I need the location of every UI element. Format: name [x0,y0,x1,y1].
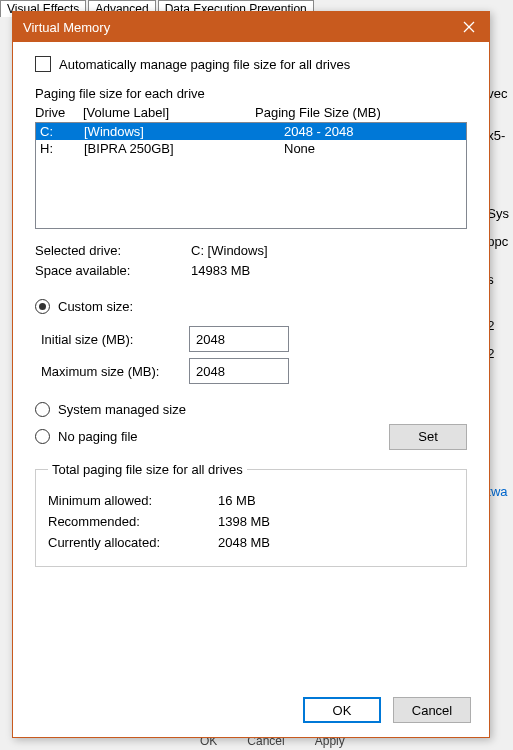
radio-system-label: System managed size [58,402,186,417]
ok-button[interactable]: OK [303,697,381,723]
drive-list[interactable]: C: [Windows] 2048 - 2048 H: [BIPRA 250GB… [35,122,467,229]
initial-size-input[interactable] [189,326,289,352]
currently-allocated-label: Currently allocated: [48,535,218,550]
radio-no-paging[interactable] [35,429,50,444]
dialog-title: Virtual Memory [23,20,459,35]
parent-link[interactable]: twa [487,478,509,506]
space-available-value: 14983 MB [191,263,467,278]
currently-allocated-value: 2048 MB [218,535,270,550]
maximum-size-label: Maximum size (MB): [41,364,189,379]
drive-list-header: Drive [Volume Label] Paging File Size (M… [35,103,467,122]
maximum-size-input[interactable] [189,358,289,384]
auto-manage-checkbox[interactable] [35,56,51,72]
set-button[interactable]: Set [389,424,467,450]
recommended-label: Recommended: [48,514,218,529]
radio-custom-size[interactable] [35,299,50,314]
cancel-button[interactable]: Cancel [393,697,471,723]
space-available-label: Space available: [35,263,191,278]
auto-manage-label: Automatically manage paging file size fo… [59,57,350,72]
parent-text-fragments: vec x5- Sys ppc s 2 2 twa [487,80,509,506]
selected-drive-value: C: [Windows] [191,243,467,258]
min-allowed-value: 16 MB [218,493,256,508]
drive-row-h[interactable]: H: [BIPRA 250GB] None [36,140,466,157]
drive-group-label: Paging file size for each drive [35,86,467,101]
radio-no-paging-label: No paging file [58,429,138,444]
totals-group: Total paging file size for all drives Mi… [35,462,467,567]
radio-system-managed[interactable] [35,402,50,417]
totals-legend: Total paging file size for all drives [48,462,247,477]
close-icon[interactable] [459,17,479,37]
radio-custom-label: Custom size: [58,299,133,314]
recommended-value: 1398 MB [218,514,270,529]
titlebar: Virtual Memory [13,12,489,42]
selected-drive-label: Selected drive: [35,243,191,258]
drive-row-c[interactable]: C: [Windows] 2048 - 2048 [36,123,466,140]
min-allowed-label: Minimum allowed: [48,493,218,508]
virtual-memory-dialog: Virtual Memory Automatically manage pagi… [12,11,490,738]
initial-size-label: Initial size (MB): [41,332,189,347]
